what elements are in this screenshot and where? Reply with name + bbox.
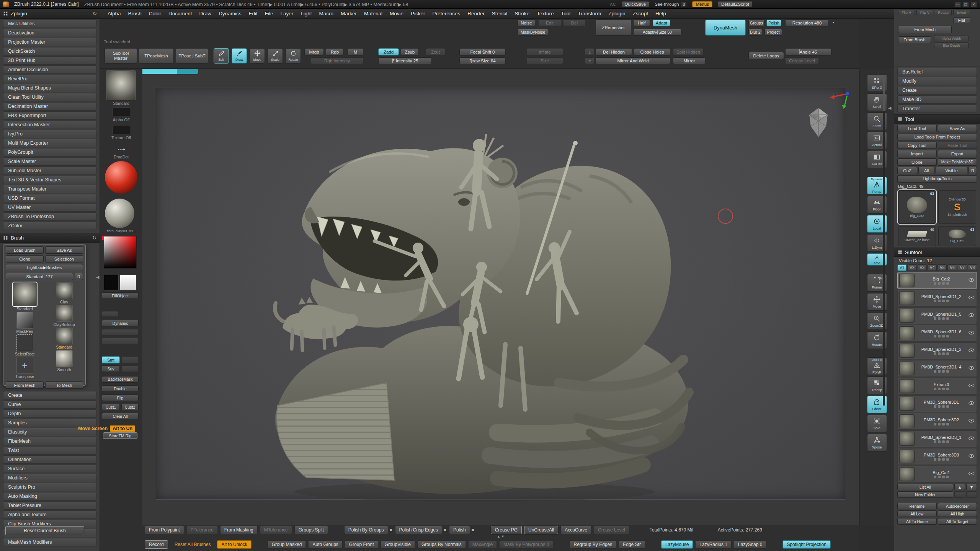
- smt-partner-button[interactable]: [121, 356, 139, 364]
- brush-menu-item[interactable]: Surface: [3, 465, 96, 473]
- angle-slider[interactable]: Angle 45: [785, 48, 831, 55]
- brush-menu-item[interactable]: Twist: [3, 446, 96, 455]
- goz-all-button[interactable]: All: [918, 167, 934, 174]
- project-button[interactable]: Project: [764, 29, 782, 36]
- edit-mode-button[interactable]: Scale: [268, 48, 283, 64]
- goz-r-button[interactable]: R: [969, 167, 977, 174]
- bottom-bar-button[interactable]: AccuCurve: [560, 526, 591, 534]
- refresh-icon[interactable]: ↻: [93, 11, 97, 16]
- new-folder-button[interactable]: New Folder: [897, 491, 953, 498]
- bottom-bar-button[interactable]: Groups By Normals: [417, 540, 466, 549]
- tool-palette-collapse-arrow[interactable]: ◀: [888, 106, 891, 111]
- noise-button[interactable]: Noise: [518, 20, 535, 26]
- brush-thumbnail[interactable]: Smooth: [46, 350, 82, 372]
- subtool-version-tab[interactable]: V3: [918, 264, 927, 271]
- menu-item[interactable]: Zscript: [630, 10, 652, 17]
- flip-v-button[interactable]: Flip V: [916, 10, 933, 15]
- default-zscript-button[interactable]: DefaultZScript: [718, 1, 753, 7]
- minimize-button[interactable]: —: [954, 2, 961, 7]
- visibility-eye-icon[interactable]: [968, 400, 975, 408]
- suv-partner-button[interactable]: [121, 365, 139, 372]
- paste-tool-button[interactable]: Paste Tool: [938, 142, 977, 149]
- brush-tray-header[interactable]: Brush ↻: [0, 233, 100, 243]
- bottom-bar-button[interactable]: PTolerance: [186, 526, 218, 534]
- canvas-scrollbar[interactable]: [883, 77, 885, 406]
- bottom-bar-button[interactable]: MaxAngle: [468, 540, 497, 549]
- visibility-eye-icon[interactable]: [968, 347, 975, 355]
- menu-item[interactable]: Movie: [387, 10, 407, 17]
- export-tool-button[interactable]: Export: [938, 150, 977, 157]
- zplugin-menu-item[interactable]: QuickSketch: [3, 47, 96, 55]
- subtool-row[interactable]: Extract0: [897, 378, 977, 395]
- lightbox-brushes-button[interactable]: Lightbox▶Brushes: [6, 264, 83, 271]
- zplugin-menu-item[interactable]: Text 3D & Vector Shapes: [3, 176, 96, 184]
- zplugin-menu-item[interactable]: Maya Blend Shapes: [3, 84, 96, 92]
- suv-button[interactable]: Suv: [102, 365, 120, 372]
- edit-mode-button[interactable]: Rotate: [286, 48, 301, 64]
- load-tools-from-project-button[interactable]: Load Tools From Project: [897, 133, 977, 140]
- bottom-bar-button[interactable]: Group Front: [345, 540, 378, 549]
- dynamic-button[interactable]: Dynamic: [102, 320, 139, 326]
- invert-alpha-button[interactable]: Invert: [953, 10, 970, 15]
- zplugin-menu-item[interactable]: ZColor: [3, 222, 96, 230]
- menu-item[interactable]: Zplugin: [605, 10, 628, 17]
- brush-thumbnail[interactable]: ClayBuildup: [46, 305, 82, 327]
- menu-item[interactable]: Macro: [316, 10, 336, 17]
- menu-item[interactable]: Edit: [245, 10, 260, 17]
- subtool-thumbnail[interactable]: [899, 432, 915, 446]
- mask-by-noise-button[interactable]: MaskByNoise: [518, 29, 548, 36]
- zplugin-menu-item[interactable]: FBX ExportImport: [3, 111, 96, 120]
- menu-item[interactable]: Help: [652, 10, 669, 17]
- reset-current-brush-button[interactable]: Reset Current Brush: [5, 526, 84, 535]
- subtool-version-tab[interactable]: V5: [938, 264, 947, 271]
- copy-tool-button[interactable]: Copy Tool: [897, 142, 937, 149]
- make-polymesh3d-button[interactable]: Make PolyMesh3D: [938, 158, 977, 166]
- zplugin-menu-item[interactable]: Multi Map Exporter: [3, 139, 96, 147]
- tool-palette-header[interactable]: Tool: [894, 114, 980, 124]
- visibility-eye-icon[interactable]: [968, 470, 975, 478]
- alpha-subpalette-header[interactable]: Make 3D: [897, 95, 977, 104]
- blur-button[interactable]: Blur 2: [748, 29, 762, 36]
- close-holes-button[interactable]: Close Holes: [634, 48, 670, 55]
- texture-thumbnail[interactable]: [113, 125, 130, 134]
- menu-item[interactable]: Layer: [277, 10, 296, 17]
- menu-item[interactable]: File: [262, 10, 276, 17]
- subtool-palette-header[interactable]: Subtool: [894, 248, 980, 257]
- goz-button[interactable]: GoZ: [897, 167, 917, 174]
- alpha-thumbnail[interactable]: [113, 108, 130, 116]
- fill-object-button[interactable]: FillObject: [102, 292, 139, 299]
- left-tray-toggle-arrow[interactable]: ◀: [96, 275, 99, 280]
- subtool-thumbnail[interactable]: [899, 379, 915, 393]
- clone-tool-button[interactable]: Clone: [897, 158, 937, 166]
- menu-item[interactable]: Light: [297, 10, 315, 17]
- subtool-row[interactable]: PM3D_Sphere3D1: [897, 395, 977, 412]
- visibility-eye-icon[interactable]: [968, 453, 975, 460]
- backface-mask-button[interactable]: BackfaceMask: [102, 376, 139, 383]
- rename-button[interactable]: Rename: [897, 503, 937, 509]
- brush-menu-item[interactable]: Create: [3, 391, 96, 399]
- alpha-from-brush-button[interactable]: From Brush: [898, 36, 931, 43]
- menu-item[interactable]: Material: [361, 10, 385, 17]
- subtool-down-button[interactable]: ▼: [966, 484, 977, 490]
- quicksave-button[interactable]: QuickSave: [621, 1, 650, 7]
- see-through-value[interactable]: 0: [681, 2, 687, 7]
- menu-item[interactable]: Picker: [408, 10, 428, 17]
- store-tm-rig-button[interactable]: StoreTM Rig: [103, 432, 137, 439]
- zplugin-menu-item[interactable]: USD Format: [3, 194, 96, 202]
- brush-r-button[interactable]: R: [75, 273, 83, 280]
- delete-loops-button[interactable]: Delete Loops: [748, 52, 784, 59]
- visibility-eye-icon[interactable]: [968, 312, 975, 320]
- to-mesh-button[interactable]: To Mesh: [45, 381, 83, 389]
- subtool-row[interactable]: PM3D_Sphere3D2: [897, 413, 977, 430]
- edit-mode-button[interactable]: Move: [250, 48, 265, 64]
- zplugin-menu-item[interactable]: ZBrush To Photoshop: [3, 212, 96, 221]
- flat-button[interactable]: Flat: [953, 17, 970, 23]
- brush-thumbnail-image[interactable]: [13, 282, 37, 306]
- visibility-eye-icon[interactable]: [968, 382, 975, 390]
- visibility-eye-icon[interactable]: [968, 329, 975, 337]
- size-plusminus-button[interactable]: ±: [585, 57, 595, 64]
- brush-thumbnail[interactable]: Transpose: [7, 357, 43, 379]
- bottom-bar-button[interactable]: Alt to Unlock: [217, 540, 251, 549]
- all-to-target-button[interactable]: All To Target: [938, 518, 977, 525]
- subtool-row[interactable]: PM3D_Sphere3D1_6: [897, 325, 977, 342]
